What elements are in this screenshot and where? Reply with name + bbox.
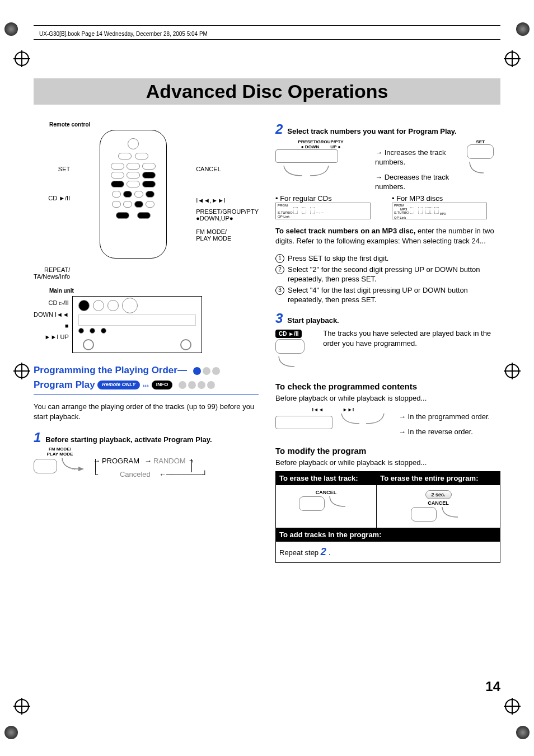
dot-icon [212,367,220,375]
press-arrow-icon [335,412,391,429]
regular-cds-label: • For regular CDs [275,194,384,203]
in-reverse-order: In the reverse order. [408,428,473,436]
press-arrow-icon [275,355,303,371]
intro-text: You can arrange the playing order of the… [34,402,259,422]
dot-icon [198,381,205,389]
dot-icon [193,367,201,375]
flow-random: RANDOM [153,457,186,465]
info-pill: INFO [152,381,173,389]
th-add-tracks: To add tracks in the program: [276,528,500,542]
page-number: 14 [485,679,500,694]
play-mode-button-diagram: FM MODE/ PLAY MODE [34,447,86,475]
dot-icon [188,381,196,389]
li-3: Select "4" for the last digit pressing U… [288,286,468,304]
callout-fmmode: FM MODE/ [196,228,227,235]
remote-only-pill: Remote ONLY [97,381,140,389]
up-label: UP [330,144,336,149]
two-sec-badge: 2 sec. [425,490,452,499]
callout-unit-stop: ■ [65,322,69,329]
step-2-number: 2 [275,121,283,137]
callout-unit-cd: CD ▻/ΙΙ [49,299,69,307]
down-label: DOWN [305,144,319,149]
crop-line [34,25,500,26]
skip-prev-label: Ι◄◄ [312,407,324,412]
callout-cd-play: CD ►/ΙΙ [48,195,70,201]
callout-downup: ●DOWN,UP● [196,215,233,222]
th-erase-last: To erase the last track: [276,472,377,485]
registration-mark [15,699,29,713]
page-title: Advanced Disc Operations [34,81,500,102]
section-line2: Program Play [34,379,95,390]
cancel-label: CANCEL [279,490,373,495]
modify-table: To erase the last track: To erase the en… [275,471,500,563]
section-line1: Programming the Playing Order— [34,365,187,375]
cd-play-button-diagram: CD ►/ΙΙ [275,328,315,373]
repeat-step-text: Repeat step [279,548,321,557]
skip-buttons-diagram: Ι◄◄ ►►Ι [275,407,391,431]
preset-label: PRESET/GROUP/PTY [275,139,366,144]
dot-icon [179,381,186,389]
step-1-text: Before starting playback, activate Progr… [45,435,212,444]
section-heading: Programming the Playing Order— Program P… [34,363,259,395]
check-heading: To check the programmed contents [275,382,500,391]
check-before: Before playback or while playback is sto… [275,393,500,403]
mp3-select-bold: To select track numbers on an MP3 disc, [275,227,415,235]
step-1-number: 1 [34,430,41,445]
main-unit-diagram [72,296,202,353]
press-arrow-icon [275,165,337,181]
crop-line [34,39,500,40]
corner-shade-tl [4,22,18,36]
step-3-text: Start playback. [287,316,339,325]
cancel-button-diagram: CANCEL [279,490,373,513]
unit-left-callouts: CD ▻/ΙΙ DOWN Ι◄◄ ■ ►►Ι UP [34,299,69,340]
down-up-button-diagram: PRESET/GROUP/PTY ● DOWN UP ● [275,139,366,183]
registration-mark [15,51,29,66]
in-programmed-order: In the programmed order. [408,412,490,421]
callout-unit-up: ►►Ι UP [45,334,69,340]
cancel-hold-button-diagram: 2 sec. CANCEL [380,490,496,523]
lcd-display-mp3: PRGM MP3 S.TURBO MP3 QP Link [392,203,487,219]
th-erase-entire: To erase the entire program: [377,472,500,485]
title-bar: Advanced Disc Operations [34,78,500,105]
press-arrow-icon [59,457,86,473]
registration-mark [505,51,519,66]
step-2-text: Select track numbers you want for Progra… [287,127,456,135]
set-label: SET [460,139,500,144]
set-button-diagram: SET [460,139,500,178]
press-arrow-icon [326,495,353,511]
fmmode-label-2: PLAY MODE [34,452,86,457]
flow-program: PROGRAM [102,457,139,465]
mp3-steps-list: 1Press SET to skip the first digit. 2Sel… [275,253,500,305]
mp3-discs-label: • For MP3 discs [392,194,500,203]
corner-shade-bl [4,726,18,739]
registration-mark [15,364,29,378]
lcd-display-cd: PRGM S.TURBO -- : -- QP Link [275,203,371,219]
registration-mark [505,699,519,713]
cancel-label-2: CANCEL [380,500,496,506]
callout-cancel: CANCEL [196,166,221,172]
skip-next-label: ►►Ι [343,407,354,412]
remote-control-label: Remote control [49,121,259,128]
fmmode-label-1: FM MODE/ [34,447,86,452]
header-path: UX-G30[B].book Page 14 Wednesday, Decemb… [39,31,208,37]
li-1: Press SET to skip the first digit. [288,254,388,262]
callout-repeat: REPEAT/ [44,266,70,273]
corner-shade-tr [516,22,530,36]
main-unit-label: Main unit [49,288,259,294]
li-2: Select "2" for the second digit pressing… [288,265,480,284]
increases-text: Increases the track numbers. [375,148,446,166]
repeat-step-dot: . [329,548,331,557]
repeat-step-num: 2 [321,546,326,557]
callout-skip: Ι◄◄,►►Ι [196,197,226,204]
decreases-text: Decreases the track numbers. [375,173,449,191]
remote-left-callouts: SET CD ►/ΙΙ REPEAT/ TA/News/Info [34,166,70,280]
registration-mark [505,364,519,378]
callout-playmode: PLAY MODE [196,235,231,242]
modify-heading: To modify the program [275,446,500,456]
remote-diagram [100,130,167,259]
cd-play-badge: CD ►/ΙΙ [275,330,302,338]
corner-shade-br [516,726,530,739]
step-3-number: 3 [275,311,283,326]
callout-preset: PRESET/GROUP/PTY [196,208,259,215]
modify-before: Before playback or while playback is sto… [275,458,500,468]
